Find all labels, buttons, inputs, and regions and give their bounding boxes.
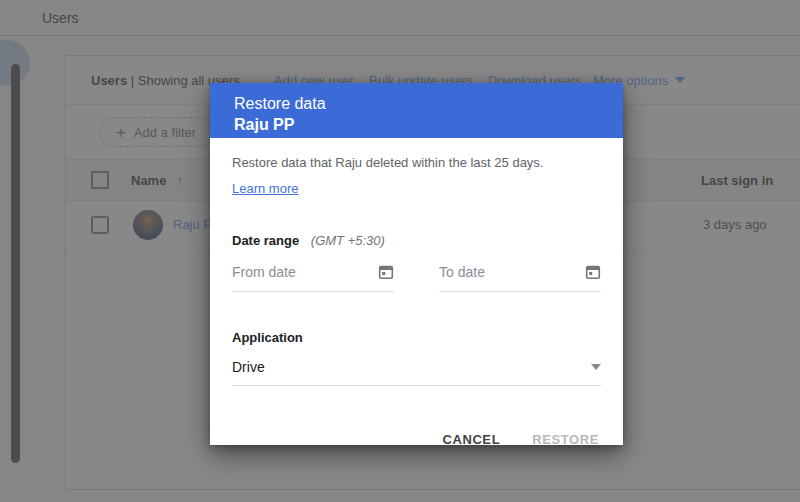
date-range-label: Date range (232, 233, 299, 248)
calendar-icon[interactable] (378, 264, 394, 280)
dialog-body: Restore data that Raju deleted within th… (210, 155, 623, 451)
application-selected-value: Drive (232, 359, 265, 375)
application-select[interactable]: Drive (232, 359, 601, 386)
from-date-input[interactable] (232, 264, 352, 280)
to-date-field[interactable] (439, 264, 601, 292)
date-range-label-row: Date range (GMT +5:30) (232, 233, 601, 248)
to-date-input[interactable] (439, 264, 559, 280)
from-date-field[interactable] (232, 264, 394, 292)
dialog-subtitle: Raju PP (234, 114, 599, 135)
cancel-button[interactable]: CANCEL (440, 428, 502, 451)
dialog-title: Restore data (234, 93, 599, 114)
dialog-header: Restore data Raju PP (210, 83, 623, 138)
restore-button[interactable]: RESTORE (530, 428, 601, 451)
calendar-icon[interactable] (585, 264, 601, 280)
application-label: Application (232, 330, 303, 345)
dialog-actions: CANCEL RESTORE (232, 428, 601, 451)
screen: Users Users | Showing all users Add new … (0, 0, 800, 502)
application-label-row: Application (232, 330, 601, 345)
dialog-description: Restore data that Raju deleted within th… (232, 155, 601, 171)
dropdown-arrow-icon (591, 364, 601, 370)
restore-data-dialog: Restore data Raju PP Restore data that R… (210, 83, 623, 445)
learn-more-link[interactable]: Learn more (232, 181, 298, 196)
timezone-label: (GMT +5:30) (311, 233, 385, 248)
date-fields (232, 264, 601, 292)
